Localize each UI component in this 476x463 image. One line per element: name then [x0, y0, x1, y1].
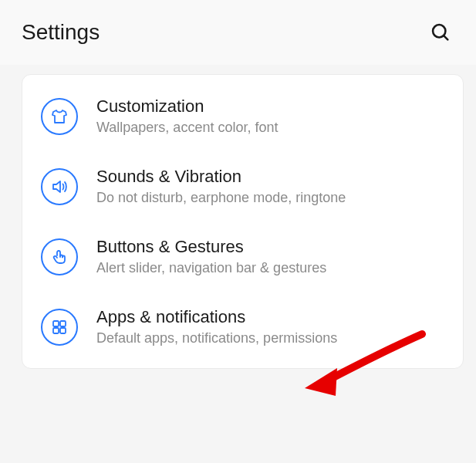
- touch-icon: [41, 238, 78, 275]
- setting-text-group: Buttons & Gestures Alert slider, navigat…: [96, 237, 444, 276]
- settings-item-apps[interactable]: Apps & notifications Default apps, notif…: [22, 292, 463, 362]
- setting-subtitle: Alert slider, navigation bar & gestures: [96, 260, 444, 276]
- svg-rect-5: [60, 328, 66, 333]
- speaker-icon: [41, 168, 78, 205]
- apps-grid-icon: [41, 309, 78, 346]
- setting-text-group: Apps & notifications Default apps, notif…: [96, 307, 444, 346]
- setting-text-group: Sounds & Vibration Do not disturb, earph…: [96, 167, 444, 206]
- svg-rect-2: [53, 321, 59, 326]
- settings-item-buttons[interactable]: Buttons & Gestures Alert slider, navigat…: [22, 221, 463, 292]
- svg-rect-4: [53, 328, 59, 333]
- setting-text-group: Customization Wallpapers, accent color, …: [96, 96, 444, 136]
- settings-card: Customization Wallpapers, accent color, …: [22, 74, 464, 369]
- setting-subtitle: Wallpapers, accent color, font: [96, 120, 444, 136]
- setting-title: Buttons & Gestures: [96, 237, 444, 257]
- svg-line-1: [444, 35, 447, 39]
- shirt-icon: [41, 98, 78, 135]
- svg-marker-7: [305, 368, 337, 396]
- svg-rect-3: [60, 321, 66, 326]
- page-title: Settings: [22, 20, 100, 45]
- setting-subtitle: Default apps, notifications, permissions: [96, 330, 444, 346]
- settings-item-customization[interactable]: Customization Wallpapers, accent color, …: [22, 81, 463, 151]
- setting-title: Customization: [96, 96, 444, 117]
- setting-title: Sounds & Vibration: [96, 167, 444, 187]
- search-button[interactable]: [427, 19, 454, 46]
- search-icon: [430, 22, 451, 43]
- setting-title: Apps & notifications: [96, 307, 444, 327]
- settings-item-sounds[interactable]: Sounds & Vibration Do not disturb, earph…: [22, 151, 463, 221]
- setting-subtitle: Do not disturb, earphone mode, ringtone: [96, 190, 444, 206]
- header-bar: Settings: [0, 0, 476, 65]
